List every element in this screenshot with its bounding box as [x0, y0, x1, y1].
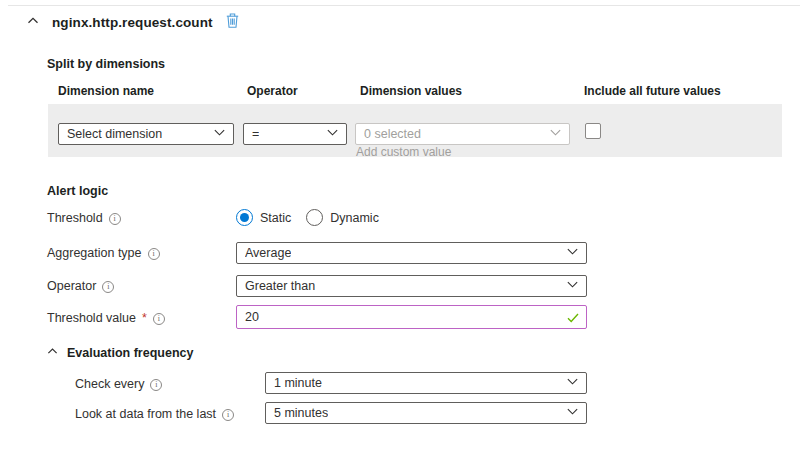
- threshold-type-radio-group: Static Dynamic: [236, 209, 379, 226]
- threshold-label-row: Threshold: [47, 211, 121, 225]
- lookback-label: Look at data from the last: [75, 407, 216, 421]
- info-icon[interactable]: [109, 213, 121, 225]
- add-custom-value-link: Add custom value: [356, 145, 451, 159]
- chevron-down-icon: [326, 126, 339, 142]
- chevron-down-icon: [566, 375, 579, 391]
- collapse-evaluation-frequency-button[interactable]: [47, 345, 58, 360]
- operator-dropdown-value: Greater than: [245, 279, 315, 293]
- column-header-dimension-values: Dimension values: [360, 84, 462, 98]
- chevron-down-icon: [549, 126, 562, 142]
- info-icon[interactable]: [153, 313, 165, 325]
- aggregation-type-label: Aggregation type: [47, 246, 142, 260]
- include-future-values-checkbox[interactable]: [585, 123, 601, 139]
- dimension-operator-dropdown-value: =: [252, 127, 259, 141]
- operator-label: Operator: [47, 279, 96, 293]
- operator-label-row: Operator: [47, 279, 114, 293]
- aggregation-type-dropdown-value: Average: [245, 246, 291, 260]
- chevron-down-icon: [566, 278, 579, 294]
- chevron-up-icon: [47, 345, 58, 360]
- threshold-value-label: Threshold value: [47, 311, 136, 325]
- info-icon[interactable]: [150, 379, 162, 391]
- radio-static-label: Static: [260, 211, 291, 225]
- dimension-values-dropdown-value: 0 selected: [364, 127, 421, 141]
- threshold-value-input[interactable]: [236, 305, 587, 329]
- alert-logic-heading: Alert logic: [47, 184, 108, 198]
- threshold-value-field-wrap: [236, 305, 587, 329]
- radio-unselected-icon[interactable]: [306, 209, 323, 226]
- chevron-down-icon: [213, 126, 226, 142]
- trash-icon: [226, 13, 239, 31]
- radio-option-dynamic[interactable]: Dynamic: [306, 209, 379, 226]
- aggregation-type-label-row: Aggregation type: [47, 246, 160, 260]
- threshold-value-label-row: Threshold value *: [47, 311, 165, 325]
- radio-option-static[interactable]: Static: [236, 209, 291, 226]
- evaluation-frequency-header: Evaluation frequency: [47, 345, 193, 360]
- check-every-dropdown[interactable]: 1 minute: [265, 372, 587, 394]
- chevron-down-icon: [566, 245, 579, 261]
- operator-dropdown[interactable]: Greater than: [236, 275, 587, 297]
- valid-check-icon: [567, 312, 579, 326]
- required-asterisk: *: [142, 311, 147, 325]
- metric-header: nginx.http.request.count: [27, 13, 239, 31]
- chevron-down-icon: [566, 405, 579, 421]
- threshold-label: Threshold: [47, 211, 103, 225]
- lookback-dropdown-value: 5 minutes: [274, 406, 328, 420]
- dimension-name-dropdown[interactable]: Select dimension: [58, 123, 234, 145]
- collapse-metric-button[interactable]: [27, 15, 39, 30]
- lookback-dropdown[interactable]: 5 minutes: [265, 402, 587, 424]
- info-icon[interactable]: [102, 281, 114, 293]
- check-every-dropdown-value: 1 minute: [274, 376, 322, 390]
- dimension-operator-dropdown[interactable]: =: [243, 123, 347, 145]
- radio-dynamic-label: Dynamic: [330, 211, 379, 225]
- evaluation-frequency-heading: Evaluation frequency: [67, 346, 193, 360]
- lookback-label-row: Look at data from the last: [75, 407, 234, 421]
- column-header-include-future-values: Include all future values: [584, 84, 721, 98]
- column-header-operator: Operator: [247, 84, 298, 98]
- radio-selected-icon[interactable]: [236, 209, 253, 226]
- top-divider: [8, 5, 800, 6]
- dimension-name-dropdown-value: Select dimension: [67, 127, 162, 141]
- aggregation-type-dropdown[interactable]: Average: [236, 242, 587, 264]
- check-every-label: Check every: [75, 377, 144, 391]
- column-header-dimension-name: Dimension name: [58, 84, 154, 98]
- dimension-values-dropdown: 0 selected: [355, 123, 570, 145]
- info-icon[interactable]: [148, 248, 160, 260]
- delete-condition-button[interactable]: [226, 13, 239, 31]
- split-by-dimensions-heading: Split by dimensions: [47, 57, 165, 71]
- metric-title: nginx.http.request.count: [52, 15, 213, 30]
- dimension-row: Select dimension = 0 selected Add custom…: [48, 104, 782, 157]
- chevron-up-icon: [27, 15, 39, 30]
- check-every-label-row: Check every: [75, 377, 162, 391]
- info-icon[interactable]: [222, 409, 234, 421]
